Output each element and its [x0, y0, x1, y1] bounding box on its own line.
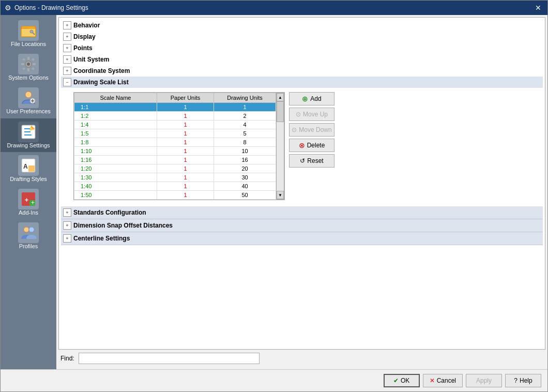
svg-rect-7	[27, 68, 29, 71]
svg-point-5	[27, 63, 30, 66]
table-row[interactable]: 1:50 1 50	[74, 191, 276, 200]
scrollbar-thumb[interactable]	[277, 101, 284, 122]
col-header-drawing: Drawing Units	[214, 93, 276, 103]
sidebar-item-system-options[interactable]: System Options	[1, 51, 56, 84]
expand-unit-system[interactable]: +	[63, 55, 71, 64]
scroll-up-btn[interactable]: ▲	[277, 93, 284, 101]
cell-drawing: 1	[214, 103, 276, 112]
delete-label: Delete	[307, 142, 325, 149]
svg-rect-24	[28, 165, 35, 172]
cell-name: 1:2	[74, 112, 157, 120]
sidebar-item-profiles[interactable]: Profiles	[1, 219, 56, 253]
table-row[interactable]: 1:2 1 2	[74, 112, 276, 120]
window-title: Options - Drawing Settings	[14, 4, 88, 11]
tree-item-standards-config[interactable]: + Standards Configuration	[61, 206, 543, 219]
svg-rect-11	[32, 58, 35, 61]
sidebar-item-user-preferences[interactable]: User Preferences	[1, 84, 56, 118]
find-bar: Find:	[58, 350, 545, 367]
tree-item-display[interactable]: + Display	[61, 31, 543, 42]
ok-button[interactable]: ✔ OK	[384, 374, 420, 387]
ok-checkmark: ✔	[393, 377, 399, 384]
cell-drawing: 10	[214, 147, 276, 156]
table-row[interactable]: 1:30 1 30	[74, 173, 276, 182]
apply-button[interactable]: Apply	[466, 374, 502, 387]
tree-label-drawing-scale-list: Drawing Scale List	[73, 79, 129, 86]
table-scrollbar[interactable]: ▲ ▼	[276, 93, 284, 200]
drawing-settings-icon	[18, 122, 39, 142]
expand-points[interactable]: +	[63, 44, 71, 52]
expand-centerline[interactable]: +	[63, 234, 71, 243]
svg-rect-9	[33, 63, 36, 65]
tree-item-dimension-snap[interactable]: + Dimension Snap Offset Distances	[61, 219, 543, 232]
move-down-button[interactable]: ⊙ Move Down	[289, 123, 334, 137]
expand-standards-config[interactable]: +	[63, 208, 71, 217]
table-row[interactable]: 1:1 1 1	[74, 103, 276, 112]
table-row[interactable]: 1:4 1 4	[74, 120, 276, 129]
table-row[interactable]: 1:10 1 10	[74, 147, 276, 156]
cell-name: 1:20	[74, 164, 157, 173]
table-row[interactable]: 1:5 1 5	[74, 129, 276, 138]
reset-button[interactable]: ↺ Reset	[289, 154, 334, 168]
file-locations-icon	[18, 20, 39, 41]
delete-button[interactable]: ⊗ Delete	[289, 139, 334, 152]
cell-name: 1:5	[74, 129, 157, 138]
cell-name: 1:16	[74, 156, 157, 164]
table-row[interactable]: 1:40 1 40	[74, 182, 276, 191]
table-row[interactable]: 1:8 1 8	[74, 138, 276, 147]
tree-item-coordinate-system[interactable]: + Coordinate System	[61, 65, 543, 77]
tree-item-behavior[interactable]: + Behavior	[61, 20, 543, 31]
sidebar-item-drafting-styles[interactable]: A Drafting Styles	[1, 152, 56, 186]
tree-item-unit-system[interactable]: + Unit System	[61, 54, 543, 65]
table-row[interactable]: 1:16 1 16	[74, 156, 276, 164]
help-label: Help	[520, 377, 532, 384]
cell-name: 1:30	[74, 173, 157, 182]
tree-label-coordinate-system: Coordinate System	[73, 67, 130, 74]
cell-paper: 1	[157, 129, 214, 138]
col-header-paper: Paper Units	[157, 93, 214, 103]
close-button[interactable]: ✕	[533, 4, 543, 12]
sidebar-item-file-locations[interactable]: File Locations	[1, 17, 56, 51]
sidebar-item-drawing-settings[interactable]: Drawing Settings	[1, 118, 56, 152]
svg-rect-13	[32, 67, 35, 70]
sidebar-item-add-ins-label: Add-Ins	[19, 209, 38, 216]
svg-rect-8	[21, 63, 24, 65]
sidebar-item-add-ins[interactable]: + + Add-Ins	[1, 186, 56, 219]
add-button[interactable]: ⊕ Add	[289, 92, 334, 105]
cell-paper: 1	[157, 147, 214, 156]
help-button[interactable]: ? Help	[505, 374, 541, 387]
cell-name: 1:4	[74, 120, 157, 129]
expand-coordinate-system[interactable]: +	[63, 67, 71, 75]
bottom-sections: + Standards Configuration + Dimension Sn…	[61, 206, 543, 245]
move-up-button[interactable]: ⊙ Move Up	[289, 108, 334, 121]
sidebar-item-user-preferences-label: User Preferences	[6, 108, 51, 115]
footer: ✔ OK ✕ Cancel Apply ? Help	[1, 369, 547, 391]
cancel-button[interactable]: ✕ Cancel	[423, 374, 463, 387]
help-icon: ?	[514, 377, 517, 384]
find-input[interactable]	[79, 353, 260, 364]
svg-rect-1	[21, 28, 36, 37]
tree-item-drawing-scale-list[interactable]: − Drawing Scale List	[61, 77, 543, 88]
scale-action-buttons: ⊕ Add ⊙ Move Up ⊙ Move Down	[289, 92, 334, 200]
scrollbar-track	[277, 101, 284, 191]
scroll-down-btn[interactable]: ▼	[277, 191, 284, 199]
expand-drawing-scale-list[interactable]: −	[63, 78, 71, 86]
title-bar-left: ⚙ Options - Drawing Settings	[5, 4, 88, 12]
apply-label: Apply	[476, 377, 492, 384]
cell-drawing: 50	[214, 191, 276, 200]
cell-paper: 1	[157, 182, 214, 191]
expand-display[interactable]: +	[63, 33, 71, 41]
cell-paper: 1	[157, 173, 214, 182]
add-icon: ⊕	[302, 95, 308, 103]
svg-rect-12	[22, 67, 25, 70]
expand-behavior[interactable]: +	[63, 21, 71, 29]
tree-item-points[interactable]: + Points	[61, 42, 543, 54]
table-row[interactable]: 1:20 1 20	[74, 164, 276, 173]
scale-list-container: Scale Name Paper Units Drawing Units 1:1…	[71, 88, 543, 204]
cell-drawing: 5	[214, 129, 276, 138]
expand-dimension-snap[interactable]: +	[63, 221, 71, 230]
move-up-label: Move Up	[303, 111, 328, 118]
ok-label: OK	[401, 377, 409, 384]
tree-item-centerline[interactable]: + Centerline Settings	[61, 232, 543, 245]
system-options-icon	[18, 54, 39, 74]
content-area: File Locations	[1, 15, 547, 369]
